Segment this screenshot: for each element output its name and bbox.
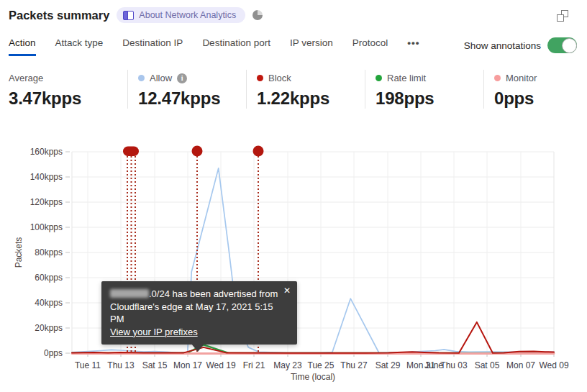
badge-label: About Network Analytics [139, 10, 236, 20]
x-axis-labels: Tue 11 Thu 13 Sat 15 Mon 17 Wed 19 Fri 2… [75, 360, 569, 370]
svg-text:Tue 11: Tue 11 [75, 360, 101, 370]
svg-text:May 23: May 23 [273, 360, 302, 370]
stat-value: 3.47kpps [9, 88, 127, 109]
svg-text:Sat 29: Sat 29 [376, 360, 401, 370]
tab-action[interactable]: Action [9, 37, 36, 56]
book-icon [123, 11, 134, 19]
show-annotations-label: Show annotations [464, 40, 541, 51]
y-axis-labels: 160kpps 140kpps 120kpps 100kpps 80kpps 6… [30, 147, 63, 358]
about-network-analytics-badge[interactable]: About Network Analytics [117, 7, 245, 23]
svg-text:Wed 09: Wed 09 [539, 360, 568, 370]
copy-icon[interactable] [557, 10, 568, 22]
tab-protocol[interactable]: Protocol [352, 37, 388, 56]
show-annotations-toggle[interactable] [547, 37, 577, 53]
svg-text:Thu 03: Thu 03 [440, 360, 468, 370]
pie-status-icon[interactable] [252, 10, 263, 20]
allow-legend-dot [138, 75, 145, 81]
svg-text:Sat 15: Sat 15 [142, 360, 168, 370]
redacted-ip-prefix [110, 289, 149, 298]
more-tabs-ellipsis-icon[interactable]: ••• [407, 37, 419, 56]
svg-text:60kpps: 60kpps [35, 273, 63, 283]
tab-destination-port[interactable]: Destination port [202, 37, 270, 56]
y-axis-title: Packets [14, 237, 24, 268]
stat-label: Allow [150, 73, 172, 83]
stat-average: Average 3.47kpps [9, 70, 127, 109]
view-ip-prefixes-link[interactable]: View your IP prefixes [110, 327, 198, 337]
stat-label: Average [9, 73, 43, 83]
stat-label: Monitor [506, 73, 537, 83]
tab-destination-ip[interactable]: Destination IP [122, 37, 183, 56]
svg-text:100kpps: 100kpps [30, 222, 63, 232]
stat-value: 1.22kpps [257, 88, 365, 109]
block-legend-dot [257, 75, 263, 81]
toggle-knob [562, 38, 577, 53]
svg-text:Mon 07: Mon 07 [506, 360, 535, 370]
tab-attack-type[interactable]: Attack type [55, 37, 104, 56]
info-icon[interactable]: i [177, 73, 187, 83]
annotation-marker[interactable] [192, 146, 203, 157]
stat-value: 0pps [494, 88, 587, 109]
annotation-tooltip: ✕ .0/24 has been advertised from Cloudfl… [101, 281, 297, 345]
svg-text:0pps: 0pps [44, 348, 63, 358]
svg-text:160kpps: 160kpps [30, 147, 63, 157]
annotation-marker[interactable] [253, 146, 264, 157]
svg-text:Sat 05: Sat 05 [475, 360, 500, 370]
packets-time-series-chart: 160kpps 140kpps 120kpps 100kpps 80kpps 6… [0, 140, 587, 392]
stat-label: Rate limit [387, 73, 426, 83]
svg-text:20kpps: 20kpps [35, 323, 63, 333]
tab-ip-version[interactable]: IP version [290, 37, 333, 56]
stat-label: Block [268, 73, 291, 83]
svg-text:Wed 19: Wed 19 [206, 360, 235, 370]
stat-block: Block 1.22kpps [246, 70, 365, 109]
svg-text:Tue 25: Tue 25 [308, 360, 335, 370]
svg-text:Mon 17: Mon 17 [173, 360, 202, 370]
header: Packets summary About Network Analytics [9, 7, 263, 23]
svg-text:Fri 21: Fri 21 [243, 360, 265, 370]
stat-monitor: Monitor 0pps [483, 70, 587, 109]
svg-text:Thu 27: Thu 27 [340, 360, 368, 370]
stats-row: Average 3.47kpps Allow i 12.47kpps Block… [9, 70, 587, 109]
rate-limit-legend-dot [376, 75, 382, 81]
tooltip-arrow [191, 344, 204, 352]
stat-value: 198pps [376, 88, 483, 109]
svg-text:80kpps: 80kpps [35, 247, 63, 257]
annotation-marker-group[interactable] [123, 147, 139, 157]
stat-value: 12.47kpps [138, 88, 246, 109]
stat-rate-limit: Rate limit 198pps [365, 70, 483, 109]
x-axis-title: Time (local) [291, 372, 335, 382]
close-icon[interactable]: ✕ [283, 285, 291, 298]
svg-text:120kpps: 120kpps [30, 197, 63, 207]
page-title: Packets summary [9, 9, 109, 22]
svg-text:40kpps: 40kpps [35, 298, 63, 308]
stat-allow: Allow i 12.47kpps [127, 70, 246, 109]
tab-bar: Action Attack type Destination IP Destin… [9, 37, 577, 56]
monitor-legend-dot [494, 75, 501, 81]
svg-text:140kpps: 140kpps [30, 172, 63, 182]
svg-text:Thu 13: Thu 13 [107, 360, 135, 370]
